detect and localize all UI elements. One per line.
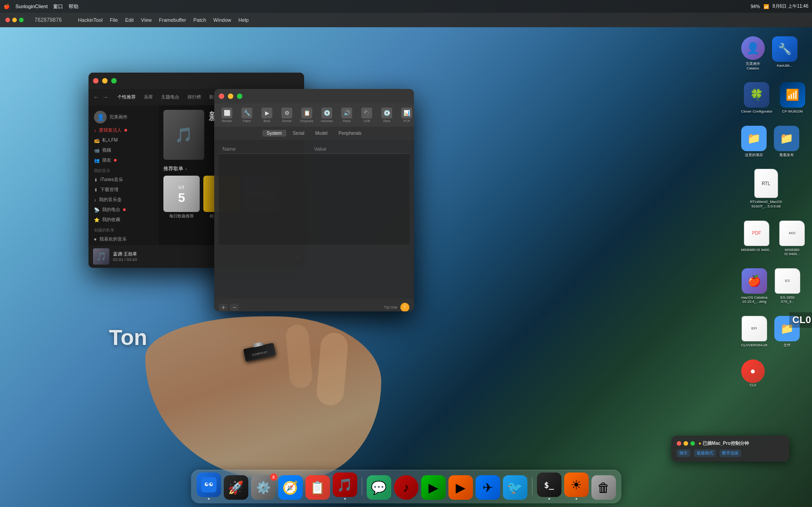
sidebar-music-box[interactable]: ♪ 我的音乐盒 <box>89 195 159 205</box>
sidebar-love-revive[interactable]: ♪ 爱我复活人 <box>89 125 159 135</box>
notif-chat-btn[interactable]: 聊天 <box>677 449 690 457</box>
disct-label: Disct <box>383 119 390 123</box>
toolbar-usb[interactable]: 🔌 USB <box>358 107 376 123</box>
sidebar-collection-label: 我的收藏 <box>102 217 120 223</box>
sunlogin-menu-window[interactable]: 窗口 <box>53 3 63 10</box>
music-card-daily[interactable]: 8月 5 每日歌曲推荐 <box>163 176 200 219</box>
desktop-icon-row-8: ● CL0 <box>741 359 805 395</box>
sidebar-collection[interactable]: ⭐ 我的收藏 <box>89 215 159 225</box>
dock-launchpad[interactable]: 🚀 <box>224 475 248 500</box>
notif-min-dot[interactable] <box>684 441 688 446</box>
view-menu[interactable]: View <box>141 17 152 23</box>
sunlogin-menu-help[interactable]: 帮助 <box>69 3 79 10</box>
svg-point-3 <box>206 483 208 485</box>
music-nav-recommend[interactable]: 个性推荐 <box>115 93 138 101</box>
menubar-left: 🍎 SunloginClient 窗口 帮助 <box>4 3 79 10</box>
dock-music-netease[interactable]: 🎵 <box>333 473 357 500</box>
dock-flyme[interactable]: ✈ <box>476 475 500 500</box>
toolbar-render[interactable]: ⬜ Render <box>218 107 236 123</box>
desktop-icon-msi[interactable]: MSI MSI8360IS 9400... <box>779 221 805 256</box>
desktop-icon-es2650[interactable]: ES ES-2650X79_3... <box>775 268 800 304</box>
dock-trash[interactable]: 🗑 <box>591 475 616 500</box>
toolbar-pcr[interactable]: 📊 PCR <box>398 107 414 123</box>
clover-fullscreen-btn[interactable] <box>237 94 242 99</box>
clover-close-btn[interactable] <box>219 94 224 99</box>
sidebar-video[interactable]: 📹 视频 <box>89 145 159 155</box>
dock-reminders[interactable]: 📋 <box>305 475 330 500</box>
hackin-tool-menu[interactable]: HackinTool <box>78 17 103 23</box>
sidebar-download[interactable]: ⬇ 下载管理 <box>89 185 159 195</box>
notif-disconnect-btn[interactable]: 断开连接 <box>719 449 741 457</box>
toolbar-boot[interactable]: ▶ Boot <box>258 107 276 123</box>
kernel-label: Kernel <box>282 119 291 123</box>
footer-add-btn[interactable]: + <box>219 304 228 311</box>
sunlogin-close-btn[interactable] <box>5 18 10 22</box>
apple-icon[interactable]: 🍎 <box>4 4 10 10</box>
section-arrow[interactable]: › <box>185 166 187 172</box>
toolbar-rand[interactable]: 🔊 Rand <box>338 107 356 123</box>
desktop-icon-pdf[interactable]: PDF MSI8360 IS 9400... <box>741 221 773 256</box>
desktop-icon-cloverx64[interactable]: EFI CLOVERX64.efi <box>741 316 768 348</box>
desktop-icon-kanutili[interactable]: 🔧 KanUtili... <box>772 36 797 70</box>
edit-menu[interactable]: Edit <box>125 17 134 23</box>
dock-system-prefs[interactable]: ⚙️ 2 <box>251 475 276 500</box>
dock-wechat[interactable]: 💬 <box>367 475 391 500</box>
desktop-icon-cf-wu810n[interactable]: 📶 CF-WU810N <box>780 82 805 114</box>
music-back-btn[interactable]: ← <box>93 94 99 101</box>
dock-sunlogin[interactable]: ☀ <box>564 473 589 500</box>
dock-iqiyi[interactable]: ▶ <box>421 475 446 500</box>
tab-peripherals[interactable]: Peripherals <box>334 130 366 137</box>
dock-youku[interactable]: ▶ <box>448 475 473 500</box>
sidebar-friends[interactable]: 👥 朋友 <box>89 155 159 165</box>
music-nav-ranking[interactable]: 排行榜 <box>185 93 204 101</box>
desktop-icon-clover[interactable]: 🍀 Clover Configurator <box>741 82 773 114</box>
toolbar-disct[interactable]: 💽 Disct <box>378 107 396 123</box>
music-fullscreen-btn[interactable] <box>111 78 117 84</box>
dock-finder[interactable] <box>197 473 221 500</box>
patch-menu[interactable]: Patch <box>193 17 206 23</box>
dock-mikoto[interactable]: 🐦 <box>503 475 527 500</box>
desktop-icon-clo[interactable]: ● CL0 <box>741 359 765 388</box>
music-forward-btn[interactable]: → <box>102 94 108 101</box>
framebuffer-menu[interactable]: Framebuffer <box>159 17 186 23</box>
tab-model[interactable]: Model <box>311 130 332 137</box>
sunlogin-menu-app[interactable]: SunloginClient <box>15 4 48 9</box>
safari-icon: 🧭 <box>278 475 303 500</box>
toolbar-patch[interactable]: 🔧 Patch <box>238 107 256 123</box>
toolbar-dropouts[interactable]: 📋 Dropouts <box>298 107 316 123</box>
notif-full-dot[interactable] <box>690 441 695 446</box>
dock-safari[interactable]: 🧭 <box>278 475 303 500</box>
file-menu[interactable]: File <box>110 17 118 23</box>
music-nav-radio[interactable]: 主题电台 <box>158 93 182 101</box>
footer-remove-btn[interactable]: − <box>230 304 239 311</box>
clover-table-header: Name Value <box>219 144 409 154</box>
dock-terminal[interactable]: $_ <box>537 473 561 500</box>
desktop-icon-rtl[interactable]: RTL RTLWlent2_MacOS910d7f_...5.0.9.b8 <box>741 169 791 208</box>
sunlogin-minimize-btn[interactable] <box>12 18 17 22</box>
persona-icon: 👤 <box>741 36 765 60</box>
tab-serial[interactable]: Serial <box>288 130 309 137</box>
desktop-icon-catalina[interactable]: 🍎 macOS Catalina10.15.4_...dmg <box>741 268 768 304</box>
music-close-btn[interactable] <box>93 78 98 84</box>
music-minimize-btn[interactable] <box>102 78 108 84</box>
notif-mode-btn[interactable]: 最最模式 <box>694 449 716 457</box>
dock-netease-music[interactable]: ♪ <box>394 475 418 500</box>
desktop-icon-persona[interactable]: 👤 完美画作Catalos <box>741 36 765 70</box>
sidebar-user[interactable]: 👤 完美画作 <box>89 109 159 125</box>
sidebar-fm[interactable]: 📻 私人FM <box>89 135 159 145</box>
music-nav-library[interactable]: 乐库 <box>141 93 156 101</box>
help-menu[interactable]: Help <box>238 17 249 23</box>
clover-minimize-btn[interactable] <box>228 94 233 99</box>
tab-system[interactable]: System <box>262 130 286 137</box>
boot-label: Boot <box>264 119 270 123</box>
sidebar-my-radio[interactable]: 📡 我的电台 <box>89 205 159 215</box>
desktop-icon-folder1[interactable]: 📁 这里的项目 <box>741 126 767 158</box>
sidebar-favorites[interactable]: ♥ 我喜欢的音乐 <box>89 234 159 244</box>
sidebar-itunes[interactable]: ⬇ iTunes音乐 <box>89 175 159 185</box>
toolbar-kernel[interactable]: ⚙ Kernel <box>278 107 296 123</box>
window-menu[interactable]: Window <box>213 17 231 23</box>
notif-close-dot[interactable] <box>677 441 681 446</box>
toolbar-volumes[interactable]: 💿 Volumes <box>318 107 336 123</box>
desktop-icon-folder-dark[interactable]: 📁 毫毫发布 <box>774 126 799 158</box>
sunlogin-fullscreen-btn[interactable] <box>19 18 24 22</box>
